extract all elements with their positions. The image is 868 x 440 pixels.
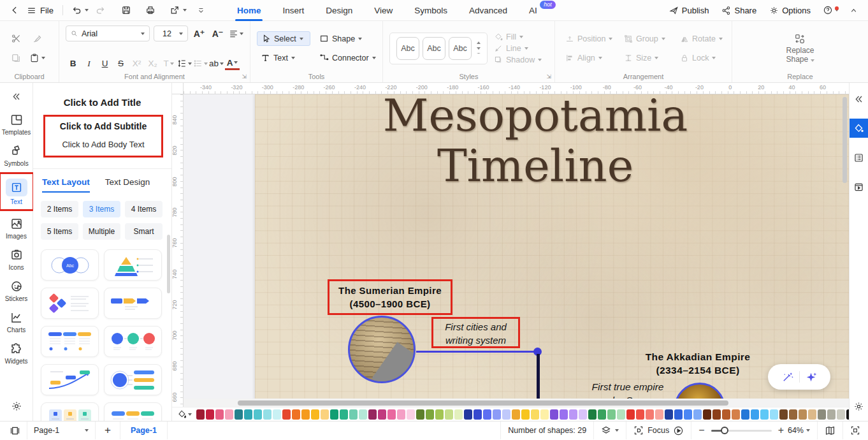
filter-4-items[interactable]: 4 Items [125, 201, 163, 217]
page-settings-panel-button[interactable] [850, 148, 868, 167]
color-swatch[interactable] [779, 409, 788, 420]
font-family-select[interactable]: Arial [66, 26, 150, 41]
styles-more-button[interactable] [477, 53, 481, 55]
layers-button[interactable] [593, 422, 626, 439]
sidebar-item-stickers[interactable]: Stickers [1, 275, 33, 306]
sidebar-item-charts[interactable]: Charts [1, 306, 33, 337]
color-swatch[interactable] [751, 409, 759, 420]
undo-caret[interactable] [85, 9, 89, 11]
bullet-list-button[interactable] [193, 56, 208, 71]
tab-text-layout[interactable]: Text Layout [42, 177, 90, 193]
superscript-button[interactable]: X² [129, 56, 144, 71]
presentation-panel-button[interactable] [850, 177, 868, 196]
panel-scrollbar[interactable] [167, 235, 170, 293]
color-swatch[interactable] [760, 409, 769, 420]
right-panel-collapse-button[interactable] [850, 89, 868, 108]
tab-design[interactable]: Design [315, 0, 363, 21]
select-tool-button[interactable]: Select [257, 31, 310, 46]
sidebar-item-widgets[interactable]: Widgets [1, 337, 33, 369]
zoom-in-button[interactable]: + [778, 425, 784, 436]
sumerian-artifact-image[interactable] [348, 316, 416, 383]
color-swatch[interactable] [368, 409, 377, 420]
horizontal-scrollbar[interactable] [184, 399, 849, 407]
ai-sparkles-icon[interactable] [806, 371, 818, 383]
line-button[interactable]: Line [494, 44, 542, 53]
color-swatch[interactable] [789, 409, 797, 420]
color-swatch[interactable] [426, 409, 434, 420]
color-swatch[interactable] [378, 409, 386, 420]
sumerian-empire-label[interactable]: The Sumerian Empire (4500–1900 BCE) [328, 279, 452, 315]
color-swatch[interactable] [502, 409, 510, 420]
text-color-button[interactable]: T [161, 56, 176, 71]
template-thumbnail-cards[interactable] [41, 402, 99, 421]
color-swatch[interactable] [387, 409, 396, 420]
tab-home[interactable]: Home [226, 0, 272, 21]
magic-wand-icon[interactable] [781, 371, 793, 383]
color-swatch[interactable] [512, 409, 520, 420]
zoom-slider-thumb[interactable] [721, 427, 728, 434]
tab-insert[interactable]: Insert [271, 0, 315, 21]
tab-text-design[interactable]: Text Design [105, 177, 150, 193]
sidebar-item-symbols[interactable]: Symbols [1, 140, 33, 171]
sidebar-settings-button[interactable] [11, 400, 22, 412]
horizontal-scrollbar-thumb[interactable] [238, 400, 728, 406]
add-title-item[interactable]: Click to Add Title [33, 97, 171, 108]
color-swatch[interactable] [684, 409, 692, 420]
styles-group-expand-icon[interactable]: ⇲ [546, 73, 551, 80]
color-swatch[interactable] [712, 409, 721, 420]
lock-button[interactable]: Lock [676, 52, 734, 64]
bold-button[interactable]: B [66, 56, 80, 71]
zoom-out-button[interactable]: − [698, 425, 704, 436]
add-body-text-item[interactable]: Click to Add Body Text [47, 140, 160, 149]
sidebar-item-icons[interactable]: Icons [1, 244, 33, 275]
file-menu-button[interactable]: File [23, 6, 57, 15]
export-button[interactable] [166, 2, 183, 18]
options-button[interactable]: Options [763, 2, 816, 18]
color-swatch[interactable] [292, 409, 300, 420]
rotate-button[interactable]: Rotate [676, 33, 734, 45]
canvas[interactable]: -340-320-300-280-260-240-220-200-180-160… [172, 83, 849, 407]
sidebar-collapse-button[interactable] [8, 88, 25, 105]
style-sample-1[interactable]: Abc [396, 37, 419, 60]
page-select[interactable]: Page-1 [27, 422, 96, 439]
overview-button[interactable] [817, 422, 843, 439]
page-tab-active[interactable]: Page-1 [120, 422, 168, 439]
sidebar-item-text[interactable]: Text [1, 174, 33, 209]
color-swatch[interactable] [521, 409, 530, 420]
color-swatch[interactable] [321, 409, 329, 420]
color-swatch[interactable] [311, 409, 319, 420]
color-swatch[interactable] [617, 409, 625, 420]
color-swatch[interactable] [588, 409, 597, 420]
template-thumbnail-three-circles[interactable] [104, 326, 162, 357]
color-swatch[interactable] [741, 409, 749, 420]
fill-panel-button[interactable] [850, 119, 868, 138]
color-swatch[interactable] [196, 409, 205, 420]
format-painter-button[interactable] [32, 33, 43, 44]
color-swatch[interactable] [282, 409, 291, 420]
align-button[interactable] [229, 26, 243, 41]
color-swatch[interactable] [636, 409, 644, 420]
color-swatch[interactable] [655, 409, 663, 420]
sidebar-item-images[interactable]: Images [1, 212, 33, 244]
decrease-font-button[interactable]: A⁻ [210, 26, 225, 41]
template-thumbnail-venn[interactable]: Abc [41, 249, 99, 281]
color-swatch[interactable] [693, 409, 702, 420]
redo-button[interactable] [92, 2, 109, 18]
color-swatch[interactable] [483, 409, 491, 420]
color-swatch[interactable] [445, 409, 453, 420]
print-button[interactable] [142, 2, 159, 18]
color-swatch[interactable] [665, 409, 673, 420]
template-thumbnail-diamond-list[interactable] [41, 288, 99, 319]
vertical-scrollbar-thumb[interactable] [843, 97, 847, 183]
focus-icon[interactable] [633, 425, 644, 436]
char-spacing-button[interactable]: ab [209, 56, 224, 71]
template-thumbnail-headers[interactable] [104, 402, 162, 421]
color-swatch[interactable] [799, 409, 807, 420]
template-thumbnail-callouts[interactable] [104, 364, 162, 395]
color-swatch[interactable] [732, 409, 740, 420]
align-shapes-button[interactable]: Align [561, 52, 620, 64]
export-caret[interactable] [183, 9, 187, 11]
color-swatch[interactable] [808, 409, 816, 420]
share-button[interactable]: Share [716, 2, 762, 18]
zoom-level-select[interactable]: 64% [788, 426, 810, 435]
